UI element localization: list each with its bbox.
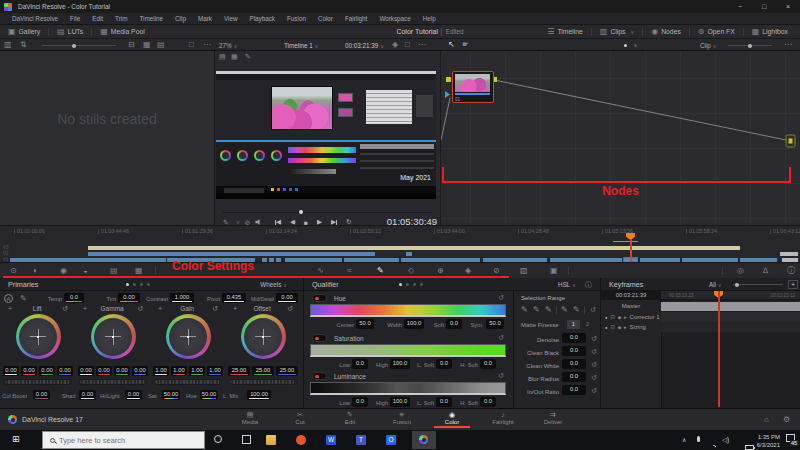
pan-tool-icon[interactable]: ☛ <box>462 41 469 49</box>
offset-value-g[interactable]: 25.00 <box>252 366 274 376</box>
gamma-master-wheel[interactable] <box>79 379 147 385</box>
highlight-icon[interactable]: ◎ <box>737 267 744 275</box>
timeline-clip-audio[interactable] <box>88 246 740 250</box>
color-wheels-icon[interactable]: ◉ <box>60 267 67 275</box>
task-view-button[interactable] <box>242 435 251 444</box>
rgb-mixer-icon[interactable]: ▤ <box>110 267 118 275</box>
hi-light-value[interactable]: 0.00 <box>125 390 142 400</box>
volume-icon[interactable]: ◁) <box>722 436 729 444</box>
timeline-clip[interactable] <box>88 252 375 256</box>
clip-grade-select[interactable]: Clip∨ <box>700 42 717 49</box>
gallery-button[interactable]: ▣Gallery <box>0 28 48 36</box>
white-balance-picker-icon[interactable]: ✎ <box>20 295 27 303</box>
expand-chevron-icon[interactable]: ▸ <box>624 314 627 320</box>
lift-value-g[interactable]: 0.00 <box>39 366 55 376</box>
clean-white-reset-icon[interactable]: ↺ <box>591 361 597 368</box>
clips-button[interactable]: ▥Clips∨ <box>592 28 642 36</box>
crosshair-icon[interactable]: + <box>158 305 162 312</box>
gain-master-wheel[interactable] <box>154 379 222 385</box>
nodes-button[interactable]: ◉Nodes <box>643 28 689 36</box>
timeline-clip[interactable] <box>406 252 412 256</box>
gain-value-g[interactable]: 1.00 <box>189 366 205 376</box>
lift-value-r[interactable]: 0.00 <box>21 366 37 376</box>
menu-help[interactable]: Help <box>417 15 442 22</box>
scopes-icon[interactable]: ∆ <box>763 267 768 275</box>
clean-white-value[interactable]: 0.0 <box>562 359 586 369</box>
motion-effects-icon[interactable]: ▦ <box>135 267 143 275</box>
tab-deliver[interactable]: ⇉Deliver <box>531 411 575 425</box>
keyframe-track-master[interactable]: Master <box>601 303 661 309</box>
tab-fairlight[interactable]: ♪Fairlight <box>481 411 525 425</box>
menu-fusion[interactable]: Fusion <box>281 15 312 22</box>
wipe-mode-icon[interactable]: ▤ <box>219 53 226 60</box>
clean-black-value[interactable]: 0.0 <box>562 346 586 356</box>
offset-color-wheel[interactable] <box>241 314 286 359</box>
gamma-color-wheel[interactable] <box>91 314 136 359</box>
in-out-ratio-reset-icon[interactable]: ↺ <box>591 387 597 394</box>
tab-edit[interactable]: ✎Edit <box>328 411 372 425</box>
qualifier-icon[interactable]: ✎ <box>377 267 384 275</box>
col-boost-value[interactable]: 0.00 <box>33 390 50 400</box>
cortana-button[interactable] <box>214 435 222 443</box>
curves-icon[interactable]: ∿ <box>317 267 324 275</box>
hue-soft-value[interactable]: 0.0 <box>446 319 462 329</box>
project-manager-icon[interactable]: ⌂ <box>764 416 769 424</box>
microphone-icon[interactable] <box>697 436 700 442</box>
timeline-select[interactable]: Timeline 1∨ <box>284 42 318 49</box>
luts-button[interactable]: ▤LUTs <box>49 28 91 36</box>
menu-workspace[interactable]: Workspace <box>373 15 416 22</box>
outlook-icon[interactable]: O <box>386 435 396 445</box>
open-fx-button[interactable]: ⊛Open FX <box>690 28 743 36</box>
menu-clip[interactable]: Clip <box>169 15 192 22</box>
menu-view[interactable]: View <box>218 15 244 22</box>
keyframe-diamond-icon[interactable]: ◆ <box>618 315 621 320</box>
gain-color-wheel[interactable] <box>166 314 211 359</box>
hue-reset-icon[interactable]: ↺ <box>498 294 504 301</box>
teams-icon[interactable]: T <box>356 435 366 445</box>
invert-selection-icon[interactable]: ↺ <box>590 306 596 313</box>
shad-value[interactable]: 0.00 <box>79 390 96 400</box>
saturation-reset-icon[interactable]: ↺ <box>498 334 504 341</box>
add-keyframe-button[interactable]: + <box>788 280 798 289</box>
keyframes-master-bar[interactable] <box>661 302 800 311</box>
auto-balance-icon[interactable]: A <box>4 294 13 303</box>
media-pool-button[interactable]: ▦Media Pool <box>92 28 153 36</box>
taskbar-clock[interactable]: 1:35 PM 6/3/2021 <box>752 433 780 449</box>
crosshair-icon[interactable]: + <box>8 305 12 312</box>
gamma-value-g[interactable]: 0.00 <box>114 366 130 376</box>
wheels-mode-select[interactable]: Wheels∨ <box>260 281 287 288</box>
lift-value-b[interactable]: 0.00 <box>57 366 73 376</box>
luminance-reset-icon[interactable]: ↺ <box>498 372 504 379</box>
resolve-taskbar-active[interactable] <box>412 431 436 449</box>
luminance-range-bar[interactable] <box>310 382 506 395</box>
import-still-icon[interactable]: ⊟ <box>128 41 135 49</box>
reset-icon[interactable]: ↺ <box>62 305 68 312</box>
viewer-video[interactable]: May 2021 <box>216 71 436 199</box>
saturation-range-bar[interactable] <box>310 344 506 357</box>
menu-color[interactable]: Color <box>312 15 339 22</box>
nodes-more-icon[interactable]: ⋯ <box>784 41 792 49</box>
matte-tab-1[interactable]: 1 <box>567 320 580 329</box>
hdr-grade-icon[interactable]: ◒ <box>83 267 88 275</box>
camera-raw-icon[interactable]: ⊙ <box>10 267 17 275</box>
tint-value[interactable]: 0.00 <box>118 293 140 303</box>
denoise-value[interactable]: 0.0 <box>562 333 586 343</box>
viewer-more-icon[interactable]: ⋯ <box>418 41 426 49</box>
tab-fusion[interactable]: ✳Fusion <box>380 411 424 425</box>
minimize-button[interactable]: − <box>728 3 752 10</box>
lift-value[interactable]: 0.00 <box>3 366 19 376</box>
picker-subtract-icon[interactable]: ✎ <box>533 306 540 314</box>
gallery-zoom-slider[interactable] <box>42 45 116 46</box>
still-album-icon[interactable]: ▥ <box>4 41 12 49</box>
wifi-icon[interactable] <box>708 445 716 450</box>
picker-add-icon[interactable]: ✎ <box>545 306 552 314</box>
word-icon[interactable]: W <box>326 435 336 445</box>
hue-center-value[interactable]: 50.0 <box>356 319 374 329</box>
reset-icon[interactable]: ↺ <box>287 305 293 312</box>
keyframe-track-sizing[interactable]: ● ⊡ ◆ ▸ Sizing <box>605 324 646 330</box>
pivot-value[interactable]: 0.435 <box>222 293 246 303</box>
menu-file[interactable]: File <box>64 15 86 22</box>
color-match-icon[interactable]: ◐ <box>33 267 38 275</box>
sat-low-value[interactable]: 0.0 <box>352 359 368 369</box>
l-mix-value[interactable]: 100.00 <box>247 390 271 400</box>
